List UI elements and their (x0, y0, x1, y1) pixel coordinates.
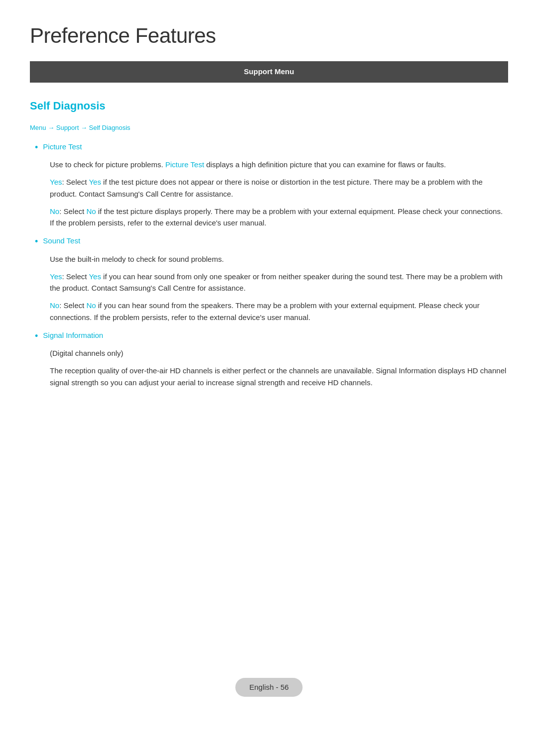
sound-test-label: Sound Test (43, 235, 80, 247)
picture-test-label: Picture Test (43, 141, 82, 153)
signal-info-content: (Digital channels only) The reception qu… (50, 347, 508, 388)
no-inline-1: No (86, 207, 96, 216)
breadcrumb: Menu → Support → Self Diagnosis (30, 123, 508, 133)
sound-test-no: No: Select No if you can hear sound from… (50, 300, 508, 323)
yes-inline-1: Yes (89, 178, 101, 186)
page-title: Preference Features (30, 20, 508, 51)
signal-info-digital: (Digital channels only) (50, 347, 508, 359)
support-menu-bar: Support Menu (30, 61, 508, 83)
yes-inline-2: Yes (89, 272, 101, 281)
list-item-sound-test: • Sound Test (35, 235, 508, 248)
page-footer: English - 56 (235, 678, 302, 697)
bullet-icon-3: • (35, 330, 38, 342)
footer-label: English - 56 (249, 683, 288, 691)
no-inline-2: No (86, 301, 96, 310)
no-label-2: No (50, 301, 59, 310)
no-label-1: No (50, 207, 59, 216)
signal-info-desc: The reception quality of over-the-air HD… (50, 365, 508, 388)
picture-test-highlight: Picture Test (165, 160, 204, 169)
picture-test-yes: Yes: Select Yes if the test picture does… (50, 176, 508, 200)
sound-test-desc: Use the built-in melody to check for sou… (50, 253, 508, 265)
picture-test-desc: Use to check for picture problems. Pictu… (50, 159, 508, 170)
sound-test-yes: Yes: Select Yes if you can hear sound fr… (50, 271, 508, 294)
section-title: Self Diagnosis (30, 98, 508, 114)
list-item-signal-info: • Signal Information (35, 330, 508, 342)
bullet-icon: • (35, 141, 38, 154)
picture-test-no: No: Select No if the test picture displa… (50, 206, 508, 229)
bullet-icon-2: • (35, 235, 38, 248)
yes-label-2: Yes (50, 272, 62, 281)
list-item-picture-test: • Picture Test (35, 141, 508, 154)
yes-label-1: Yes (50, 178, 62, 186)
sound-test-content: Use the built-in melody to check for sou… (50, 253, 508, 323)
signal-info-label: Signal Information (43, 330, 103, 341)
picture-test-content: Use to check for picture problems. Pictu… (50, 159, 508, 228)
support-menu-label: Support Menu (244, 67, 294, 76)
